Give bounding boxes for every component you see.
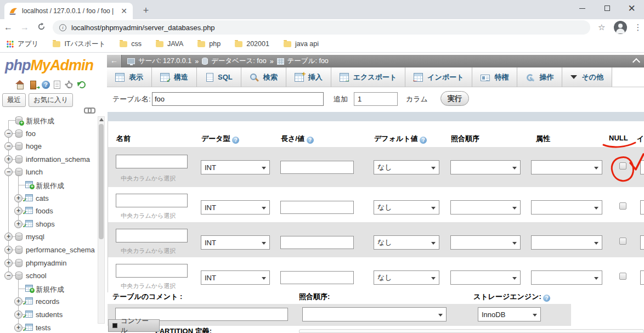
tab-search[interactable]: 検索 bbox=[241, 67, 286, 87]
console-button[interactable]: コンソール bbox=[108, 319, 160, 332]
null-checkbox[interactable] bbox=[619, 238, 626, 245]
collapse-toggle-icon[interactable] bbox=[4, 142, 13, 150]
tab-more[interactable]: その他 bbox=[562, 67, 612, 87]
bookmark-label[interactable]: java api bbox=[295, 40, 319, 48]
scrollbar-thumb[interactable] bbox=[99, 124, 104, 239]
profile-avatar[interactable] bbox=[614, 21, 627, 34]
collation-select[interactable] bbox=[450, 200, 521, 215]
tree-item-new-table[interactable]: 新規作成 bbox=[0, 179, 107, 192]
bookmark-folder[interactable]: java api bbox=[284, 40, 319, 48]
expand-toggle-icon[interactable] bbox=[14, 194, 22, 202]
expand-toggle-icon[interactable] bbox=[4, 259, 13, 267]
data-type-select[interactable]: INT bbox=[201, 160, 270, 174]
index-select-cut[interactable] bbox=[640, 235, 644, 250]
settings-gear-icon[interactable] bbox=[64, 80, 74, 89]
column-name-input[interactable] bbox=[116, 264, 188, 278]
table-name-input[interactable] bbox=[152, 92, 324, 106]
bookmark-label[interactable]: 202001 bbox=[246, 40, 269, 48]
tree-item-table[interactable]: tests bbox=[0, 321, 107, 333]
tree-item-table[interactable]: records bbox=[0, 295, 107, 308]
bookmark-label[interactable]: ITパスポート bbox=[64, 39, 105, 49]
expand-toggle-icon[interactable] bbox=[14, 220, 22, 228]
bookmark-folder[interactable]: 202001 bbox=[235, 40, 269, 48]
column-name-input[interactable] bbox=[116, 194, 188, 207]
tree-item-new-table[interactable]: 新規作成 bbox=[0, 283, 107, 296]
bookmark-label[interactable]: php bbox=[209, 40, 221, 48]
default-select[interactable]: なし bbox=[374, 160, 439, 174]
index-select-cut[interactable] bbox=[640, 200, 644, 215]
tab-export[interactable]: エクスポート bbox=[331, 67, 406, 87]
expand-toggle-icon[interactable] bbox=[14, 324, 22, 332]
window-minimize-button[interactable] bbox=[570, 0, 595, 16]
bookmark-folder[interactable]: JAVA bbox=[156, 40, 183, 48]
bookmark-label[interactable]: css bbox=[131, 40, 142, 48]
browser-menu-icon[interactable]: ⋮ bbox=[634, 22, 642, 32]
recent-tables-button[interactable]: 最近 bbox=[2, 93, 26, 107]
expand-toggle-icon[interactable] bbox=[4, 155, 13, 163]
table-collation-select[interactable] bbox=[302, 307, 447, 321]
help-icon[interactable] bbox=[42, 81, 50, 89]
collapse-panel-icon[interactable] bbox=[634, 58, 640, 63]
pma-back-button[interactable]: ← bbox=[107, 55, 122, 67]
default-select[interactable]: なし bbox=[374, 200, 439, 215]
breadcrumb-database[interactable]: データベース: foo bbox=[211, 57, 267, 66]
tab-sql[interactable]: SQL bbox=[197, 67, 241, 87]
attributes-select[interactable] bbox=[531, 235, 602, 250]
logout-icon[interactable] bbox=[29, 80, 38, 89]
back-button[interactable]: ← bbox=[0, 22, 16, 32]
bookmark-apps[interactable]: アプリ bbox=[7, 39, 38, 49]
forward-button[interactable]: → bbox=[16, 22, 33, 32]
collapse-toggle-icon[interactable] bbox=[4, 168, 13, 176]
tree-item-database[interactable]: school bbox=[0, 269, 107, 283]
length-value-input[interactable] bbox=[280, 271, 354, 284]
central-columns-picker[interactable]: 中央カラムから選択 bbox=[121, 247, 176, 255]
expand-toggle-icon[interactable] bbox=[4, 233, 13, 241]
home-icon[interactable] bbox=[15, 80, 25, 89]
documentation-icon[interactable] bbox=[54, 81, 60, 89]
expand-toggle-icon[interactable] bbox=[14, 311, 22, 319]
collapse-toggle-icon[interactable] bbox=[4, 272, 13, 280]
help-icon[interactable] bbox=[307, 137, 314, 144]
address-bar[interactable]: i localhost/phpmyadmin/server_databases.… bbox=[53, 20, 590, 35]
index-select-cut[interactable] bbox=[640, 270, 644, 285]
reload-button[interactable] bbox=[33, 22, 49, 33]
attributes-select[interactable] bbox=[531, 270, 602, 285]
page-info-icon[interactable]: i bbox=[59, 24, 66, 31]
help-icon[interactable] bbox=[543, 295, 550, 302]
browser-tab[interactable]: localhost / 127.0.0.1 / foo / foo | ✕ bbox=[4, 3, 133, 19]
tree-item-database[interactable]: mysql bbox=[0, 230, 107, 244]
tree-item-database[interactable]: performance_schema bbox=[0, 244, 107, 257]
tab-structure[interactable]: 構造 bbox=[152, 67, 197, 87]
null-checkbox[interactable] bbox=[619, 273, 626, 280]
help-icon[interactable] bbox=[232, 137, 239, 144]
sidebar-scrollbar[interactable] bbox=[98, 116, 105, 324]
column-count-input[interactable] bbox=[354, 92, 398, 106]
tab-privileges[interactable]: 特権 bbox=[472, 67, 517, 87]
collation-select[interactable] bbox=[450, 235, 521, 250]
collation-select[interactable] bbox=[450, 160, 521, 174]
index-select-cut[interactable] bbox=[640, 160, 644, 174]
bookmark-folder[interactable]: php bbox=[197, 40, 221, 48]
url-text[interactable]: localhost/phpmyadmin/server_databases.ph… bbox=[71, 24, 215, 32]
go-button[interactable]: 実行 bbox=[440, 91, 469, 106]
breadcrumb-server[interactable]: サーバ: 127.0.0.1 bbox=[138, 57, 191, 66]
length-value-input[interactable] bbox=[280, 236, 354, 249]
default-select[interactable]: なし bbox=[374, 270, 439, 285]
tab-import[interactable]: インポート bbox=[405, 67, 472, 87]
expand-toggle-icon[interactable] bbox=[4, 246, 13, 254]
breadcrumb-table[interactable]: テーブル: foo bbox=[287, 57, 329, 66]
tab-browse[interactable]: 表示 bbox=[107, 67, 152, 87]
bookmark-folder[interactable]: ITパスポート bbox=[53, 39, 105, 49]
phpmyadmin-logo[interactable]: phpMyAdmin bbox=[5, 57, 93, 74]
central-columns-picker[interactable]: 中央カラムから選択 bbox=[121, 174, 176, 183]
tree-item-table[interactable]: students bbox=[0, 308, 107, 321]
storage-engine-select[interactable]: InnoDB bbox=[478, 307, 541, 321]
length-value-input[interactable] bbox=[280, 161, 354, 174]
expand-toggle-icon[interactable] bbox=[14, 207, 22, 215]
column-name-input[interactable] bbox=[116, 155, 188, 168]
bookmark-label[interactable]: JAVA bbox=[167, 40, 183, 48]
attributes-select[interactable] bbox=[531, 160, 602, 174]
collation-select[interactable] bbox=[450, 270, 521, 285]
length-value-input[interactable] bbox=[280, 201, 354, 214]
column-name-input[interactable] bbox=[116, 229, 188, 242]
